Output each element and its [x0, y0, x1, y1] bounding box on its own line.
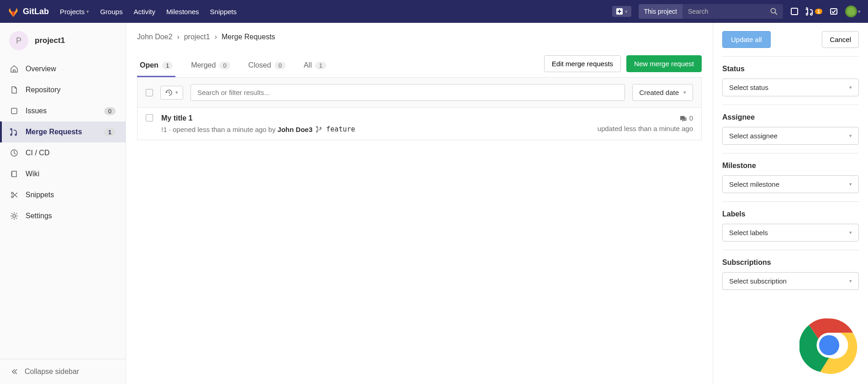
nav-projects[interactable]: Projects▾ — [60, 8, 89, 16]
breadcrumb-project[interactable]: project1 — [184, 33, 210, 41]
gitlab-icon — [7, 5, 19, 17]
filter-input[interactable] — [191, 84, 625, 101]
mr-checkbox[interactable] — [146, 114, 153, 121]
nav-milestones[interactable]: Milestones — [166, 8, 199, 16]
mr-row: My title 1 !1 · opened less than a minut… — [138, 108, 701, 140]
sidebar-item-issues[interactable]: Issues 0 — [0, 100, 126, 121]
sidebar-item-label: Repository — [26, 86, 60, 94]
svg-line-2 — [775, 12, 777, 15]
chrome-icon — [799, 316, 859, 375]
chevron-down-icon: ▾ — [849, 133, 852, 139]
sidebar-item-label: Wiki — [26, 170, 39, 178]
tabs-row: Open1 Merged0 Closed0 All1 Edit merge re… — [137, 55, 702, 78]
history-button[interactable]: ▾ — [160, 86, 183, 100]
labels-select[interactable]: Select labels▾ — [722, 224, 859, 242]
chevron-right-icon: › — [215, 33, 217, 41]
svg-point-9 — [13, 215, 16, 217]
main: John Doe2 › project1 › Merge Requests Op… — [126, 23, 713, 384]
tab-closed[interactable]: Closed0 — [246, 55, 288, 77]
mr-branch: feature — [326, 125, 355, 133]
tab-open[interactable]: Open1 — [137, 55, 175, 77]
mr-comments[interactable]: 0 — [598, 114, 693, 122]
svg-point-12 — [819, 335, 839, 355]
edit-mr-button[interactable]: Edit merge requests — [544, 55, 621, 72]
chevron-down-icon: ▾ — [849, 278, 852, 284]
subscriptions-select[interactable]: Select subscription▾ — [722, 272, 859, 290]
update-all-button[interactable]: Update all — [722, 31, 771, 48]
sidebar-item-wiki[interactable]: Wiki — [0, 163, 126, 184]
mr-ref: !1 — [161, 126, 167, 133]
search-button[interactable] — [765, 4, 783, 19]
sort-dropdown[interactable]: Created date ▾ — [632, 84, 693, 101]
chevron-down-icon: ▾ — [849, 84, 852, 90]
status-label: Status — [722, 65, 859, 73]
mr-title[interactable]: My title 1 — [161, 114, 589, 122]
user-menu[interactable]: ▾ — [845, 5, 861, 17]
collapse-label: Collapse sidebar — [25, 368, 79, 376]
status-select[interactable]: Select status▾ — [722, 79, 859, 96]
home-icon — [10, 65, 18, 73]
badge: 0 — [219, 62, 230, 69]
badge: 0 — [104, 107, 116, 115]
main-nav: Projects▾ Groups Activity Milestones Sni… — [60, 8, 237, 16]
search-wrap: This project — [639, 4, 783, 19]
project-name: project1 — [35, 36, 65, 45]
badge: 1 — [104, 128, 116, 136]
search-scope[interactable]: This project — [639, 4, 683, 19]
select-all-checkbox[interactable] — [146, 89, 153, 96]
project-header[interactable]: P project1 — [0, 23, 126, 58]
labels-label: Labels — [722, 210, 859, 218]
project-avatar: P — [9, 31, 28, 50]
todos-icon[interactable] — [830, 7, 838, 16]
breadcrumb-user[interactable]: John Doe2 — [137, 33, 172, 41]
new-mr-button[interactable]: New merge request — [626, 55, 702, 72]
chevron-down-icon: ▾ — [175, 89, 178, 95]
scissors-icon — [10, 191, 18, 199]
sidebar-item-merge-requests[interactable]: Merge Requests 1 — [0, 121, 126, 142]
mr-updated: updated less than a minute ago — [598, 125, 693, 132]
plus-button[interactable]: ▾ — [612, 6, 631, 17]
sidebar-item-repository[interactable]: Repository — [0, 79, 126, 100]
sidebar-item-cicd[interactable]: CI / CD — [0, 142, 126, 163]
sidebar-item-label: Issues — [26, 107, 47, 115]
svg-point-8 — [11, 196, 13, 198]
svg-point-7 — [11, 192, 13, 194]
cancel-button[interactable]: Cancel — [822, 31, 859, 48]
assignee-select[interactable]: Select assignee▾ — [722, 127, 859, 145]
nav-snippets[interactable]: Snippets — [210, 8, 237, 16]
mr-author[interactable]: John Doe3 — [277, 126, 312, 133]
merge-icon — [10, 128, 18, 136]
header: GitLab Projects▾ Groups Activity Milesto… — [0, 0, 868, 23]
nav-activity[interactable]: Activity — [133, 8, 155, 16]
tab-all[interactable]: All1 — [301, 55, 329, 77]
subscriptions-label: Subscriptions — [722, 258, 859, 267]
collapse-icon — [10, 368, 18, 376]
sidebar-item-label: Merge Requests — [26, 128, 82, 136]
search-icon — [770, 8, 778, 15]
sidebar-item-label: Settings — [26, 212, 52, 220]
sidebar-item-settings[interactable]: Settings — [0, 205, 126, 226]
chevron-down-icon: ▾ — [858, 9, 861, 15]
milestone-select[interactable]: Select milestone▾ — [722, 175, 859, 193]
branch-icon — [316, 126, 323, 132]
issues-icon[interactable] — [790, 7, 799, 16]
tab-merged[interactable]: Merged0 — [188, 55, 233, 77]
header-right: ▾ This project 1 ▾ — [612, 4, 861, 19]
collapse-sidebar[interactable]: Collapse sidebar — [0, 359, 126, 384]
history-icon — [165, 89, 173, 96]
svg-rect-4 — [831, 9, 837, 14]
merge-requests-icon[interactable]: 1 — [806, 7, 822, 16]
svg-rect-5 — [11, 108, 17, 114]
sidebar-item-snippets[interactable]: Snippets — [0, 184, 126, 205]
chevron-down-icon: ▾ — [849, 230, 852, 236]
mr-list: My title 1 !1 · opened less than a minut… — [137, 108, 702, 140]
svg-rect-3 — [791, 8, 798, 15]
assignee-label: Assignee — [722, 113, 859, 121]
nav-groups[interactable]: Groups — [100, 8, 122, 16]
search-input[interactable] — [683, 4, 765, 19]
breadcrumb-page: Merge Requests — [222, 33, 275, 41]
mr-count-badge: 1 — [815, 9, 822, 14]
logo[interactable]: GitLab — [7, 5, 49, 17]
sidebar-item-overview[interactable]: Overview — [0, 58, 126, 79]
chevron-down-icon: ▾ — [849, 181, 852, 187]
